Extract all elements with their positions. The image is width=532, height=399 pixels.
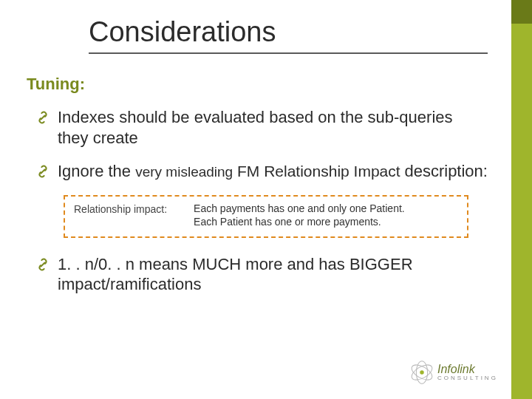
logo-main: Infolink: [437, 364, 498, 375]
list-item: Indexes should be evaluated based on the…: [58, 107, 488, 148]
link-icon: [35, 109, 50, 124]
text-run: Ignore the: [58, 162, 135, 180]
logo-sub: CONSULTING: [437, 375, 498, 381]
bullet-text: Ignore the very misleading FM Relationsh…: [58, 162, 488, 180]
bullet-list: Indexes should be evaluated based on the…: [27, 107, 488, 182]
text-run-fm: FM Relationship Impact: [233, 163, 404, 180]
svg-point-3: [420, 370, 423, 374]
slide: Considerations Tuning: Indexes should be…: [0, 0, 532, 399]
callout-line: Each Patient has one or more payments.: [194, 216, 405, 228]
logo-text: Infolink CONSULTING: [437, 364, 498, 381]
link-icon: [35, 256, 50, 271]
relationship-impact-callout: Relationship impact: Each payments has o…: [64, 195, 468, 238]
bullet-text: 1. . n/0. . n means MUCH more and has BI…: [58, 255, 413, 294]
slide-title: Considerations: [89, 16, 488, 48]
bullet-list: 1. . n/0. . n means MUCH more and has BI…: [27, 254, 488, 295]
text-run-small: very misleading: [135, 164, 233, 180]
callout-lines: Each payments has one and only one Patie…: [194, 202, 405, 229]
callout-label: Relationship impact:: [74, 202, 167, 229]
text-run: description:: [404, 162, 488, 180]
bullet-text: Indexes should be evaluated based on the…: [58, 108, 453, 147]
list-item: 1. . n/0. . n means MUCH more and has BI…: [58, 254, 488, 295]
accent-bar-body: [511, 24, 532, 399]
callout-line: Each payments has one and only one Patie…: [194, 202, 405, 214]
link-icon: [35, 163, 50, 178]
subheading: Tuning:: [27, 75, 488, 94]
accent-bar-top: [511, 0, 532, 24]
title-area: Considerations: [0, 0, 532, 54]
accent-bar: [511, 0, 532, 399]
list-item: Ignore the very misleading FM Relationsh…: [58, 161, 488, 182]
logo: Infolink CONSULTING: [409, 356, 498, 389]
logo-mark-icon: [409, 360, 434, 385]
body-area: Tuning: Indexes should be evaluated base…: [0, 54, 532, 295]
